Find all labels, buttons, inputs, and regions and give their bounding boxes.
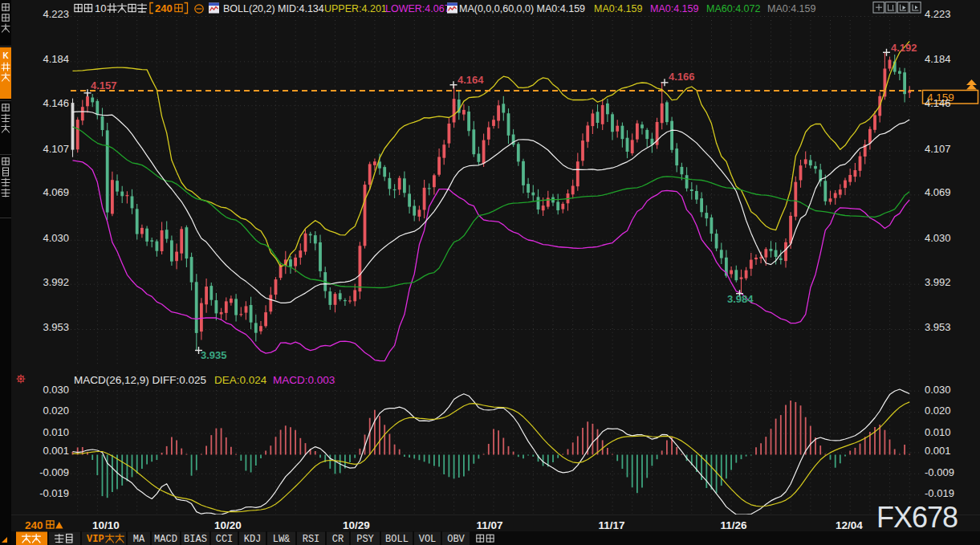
svg-text:3.953: 3.953 [925,321,951,333]
svg-text:4.184: 4.184 [43,53,69,65]
svg-text:0.010: 0.010 [43,426,69,438]
svg-text:4.069: 4.069 [925,186,951,198]
svg-text:12/04: 12/04 [836,519,863,531]
svg-text:-0.019: -0.019 [925,487,954,499]
svg-text:4.184: 4.184 [925,53,951,65]
svg-text:VIP: VIP [87,534,104,545]
svg-text:240: 240 [25,519,43,531]
svg-text:0.030: 0.030 [925,384,951,396]
svg-text:MA60:4.072: MA60:4.072 [706,3,760,14]
svg-text:BIAS: BIAS [184,534,207,545]
svg-text:RSI: RSI [303,534,320,545]
svg-text:10: 10 [95,2,106,14]
svg-text:MA(0,0,0,60,0,0) MA0:4.159: MA(0,0,0,60,0,0) MA0:4.159 [459,3,585,14]
svg-text:4.192: 4.192 [891,42,917,54]
svg-text:4.030: 4.030 [43,232,69,244]
svg-text:BOLL(20,2) MID:4.134: BOLL(20,2) MID:4.134 [223,3,324,14]
svg-text:MACD: MACD [154,534,177,545]
svg-text:0.020: 0.020 [925,405,951,417]
svg-text:-0.019: -0.019 [39,487,69,499]
svg-text:3.992: 3.992 [43,276,69,288]
svg-text:0.001: 0.001 [925,445,951,457]
svg-text:CCI: CCI [216,534,234,545]
svg-text:MACD:0.003: MACD:0.003 [273,374,335,386]
svg-text:0.030: 0.030 [43,384,69,396]
svg-text:KDJ: KDJ [244,534,262,545]
svg-text:MACD(26,12,9) DIFF:0.025: MACD(26,12,9) DIFF:0.025 [74,374,206,386]
svg-text:4.223: 4.223 [925,8,951,20]
svg-text:10/10: 10/10 [92,519,120,531]
svg-text:0.020: 0.020 [43,405,69,417]
svg-text:LW&: LW& [273,534,291,545]
svg-text:MA0:4.159: MA0:4.159 [650,3,699,14]
svg-text:3.935: 3.935 [201,349,227,361]
svg-text:4.146: 4.146 [43,97,69,109]
svg-text:11/07: 11/07 [476,519,502,531]
svg-text:UPPER:4.201: UPPER:4.201 [324,3,387,14]
svg-text:0.010: 0.010 [925,426,951,438]
svg-text:4.164: 4.164 [457,74,484,86]
svg-text:10/20: 10/20 [214,519,242,531]
svg-text:DEA:0.024: DEA:0.024 [214,374,267,386]
svg-text:PSY: PSY [356,534,374,545]
svg-text:LOWER:4.067: LOWER:4.067 [385,3,450,14]
svg-text:0.001: 0.001 [43,445,69,457]
svg-text:BOLL: BOLL [385,534,409,545]
svg-text:4.069: 4.069 [43,186,69,198]
svg-text:240: 240 [155,2,173,14]
svg-text:3.953: 3.953 [43,321,69,333]
svg-text:CR: CR [332,534,344,545]
svg-text:MA: MA [133,534,145,545]
svg-text:4.157: 4.157 [91,79,117,92]
svg-text:MA0:4.159: MA0:4.159 [594,3,643,14]
svg-text:VOL: VOL [419,534,437,545]
svg-text:4.107: 4.107 [925,143,951,155]
svg-text:-0.009: -0.009 [925,466,954,478]
svg-text:4.223: 4.223 [43,8,69,20]
svg-text:4.030: 4.030 [925,232,951,244]
svg-text:-0.009: -0.009 [39,466,69,478]
svg-text:11/17: 11/17 [598,519,624,531]
svg-text:OBV: OBV [447,534,465,545]
svg-text:11/26: 11/26 [720,519,747,531]
svg-text:4.146: 4.146 [925,97,951,109]
svg-text:MA0:4.159: MA0:4.159 [767,3,816,14]
svg-text:4.107: 4.107 [43,143,69,155]
svg-text:3.984: 3.984 [727,293,754,305]
svg-text:4.166: 4.166 [669,71,695,83]
svg-text:K: K [2,51,9,60]
svg-text:10/29: 10/29 [343,519,370,531]
svg-text:FX678: FX678 [876,501,958,534]
svg-text:3.992: 3.992 [925,276,951,288]
